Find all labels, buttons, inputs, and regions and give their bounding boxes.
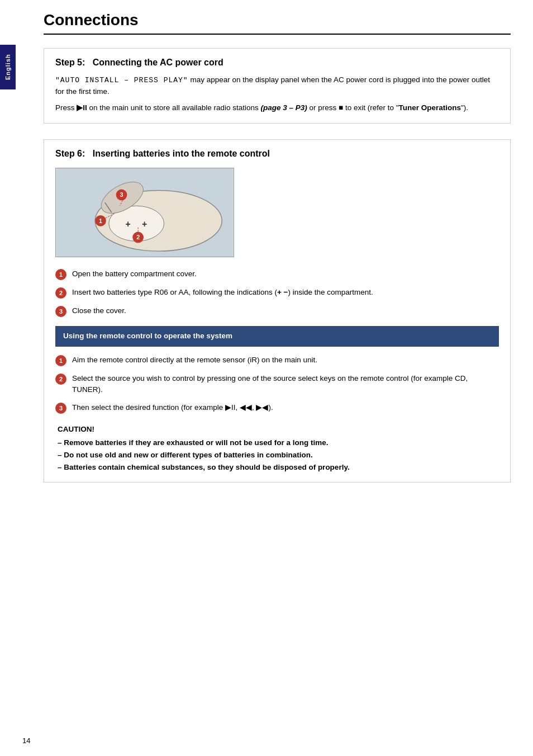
main-content: Connections Step 5: Connecting the AC po… — [21, 0, 533, 521]
remote-step-1: 1 Aim the remote control directly at the… — [55, 355, 499, 366]
sidebar-tab: English — [0, 45, 16, 89]
svg-text:3: 3 — [120, 191, 123, 198]
remote-image: + + 1 — [55, 168, 234, 257]
step5-num: Step 5: — [55, 58, 85, 67]
svg-text:+: + — [142, 219, 147, 229]
caution-line-1: – Remove batteries if they are exhausted… — [58, 437, 497, 449]
step6-header: Step 6: Inserting batteries into the rem… — [55, 149, 499, 159]
step5-press: Press ▶II on the main unit to store all … — [55, 103, 468, 112]
step5-para2: Press ▶II on the main unit to store all … — [55, 102, 499, 114]
step6-title: Inserting batteries into the remote cont… — [93, 149, 270, 158]
remote-text-1: Aim the remote control directly at the r… — [72, 355, 499, 366]
step6-section: Step 6: Inserting batteries into the rem… — [44, 139, 511, 483]
svg-text:+: + — [125, 219, 130, 229]
step5-header: Step 5: Connecting the AC power cord — [55, 58, 499, 68]
step6-num: Step 6: — [55, 149, 85, 158]
svg-text:1: 1 — [99, 218, 102, 224]
step5-title: Connecting the AC power cord — [93, 58, 223, 67]
remote-svg: + + 1 — [56, 168, 234, 257]
caution-section: CAUTION! – Remove batteries if they are … — [55, 425, 499, 473]
step6-item-3: 3 Close the cover. — [55, 305, 499, 317]
remote-num-1: 1 — [55, 355, 66, 366]
step6-text-1: Open the battery compartment cover. — [72, 268, 499, 280]
step6-text-3: Close the cover. — [72, 305, 499, 316]
info-box: Using the remote control to operate the … — [55, 326, 499, 347]
remote-text-2: Select the source you wish to control by… — [72, 373, 499, 396]
step6-num-2: 2 — [55, 287, 66, 299]
step6-list: 1 Open the battery compartment cover. 2 … — [55, 268, 499, 317]
step6-text-2: Insert two batteries type R06 or AA, fol… — [72, 287, 499, 298]
remote-num-2: 2 — [55, 374, 66, 385]
page-wrapper: English Connections Step 5: Connecting t… — [0, 0, 533, 756]
svg-text:2: 2 — [136, 234, 140, 240]
caution-body: – Remove batteries if they are exhausted… — [58, 437, 497, 473]
step5-section: Step 5: Connecting the AC power cord "AU… — [44, 48, 511, 124]
remote-steps-list: 1 Aim the remote control directly at the… — [55, 355, 499, 414]
remote-step-2: 2 Select the source you wish to control … — [55, 373, 499, 396]
step5-code: "AUTO INSTALL – PRESS PLAY" — [55, 76, 188, 84]
sidebar-label: English — [4, 54, 11, 81]
step6-num-3: 3 — [55, 306, 66, 317]
step6-item-2: 2 Insert two batteries type R06 or AA, f… — [55, 287, 499, 299]
step6-item-1: 1 Open the battery compartment cover. — [55, 268, 499, 280]
caution-title: CAUTION! — [58, 425, 497, 433]
step5-body: "AUTO INSTALL – PRESS PLAY" may appear o… — [55, 74, 499, 114]
step5-para1: "AUTO INSTALL – PRESS PLAY" may appear o… — [55, 74, 499, 98]
remote-num-3: 3 — [55, 403, 66, 414]
step6-num-1: 1 — [55, 269, 66, 280]
remote-text-3: Then select the desired function (for ex… — [72, 402, 499, 413]
remote-step-3: 3 Then select the desired function (for … — [55, 402, 499, 414]
page-title: Connections — [44, 11, 511, 35]
page-number: 14 — [22, 736, 30, 745]
caution-line-3: – Batteries contain chemical substances,… — [58, 461, 497, 474]
caution-line-2: – Do not use old and new or different ty… — [58, 449, 497, 461]
